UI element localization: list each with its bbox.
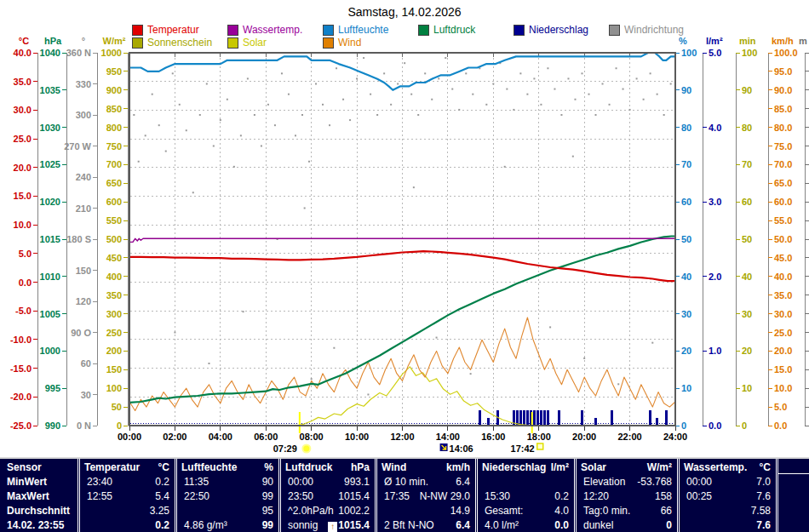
svg-text:18:00: 18:00 xyxy=(527,432,551,442)
svg-text:35.0: 35.0 xyxy=(14,77,32,87)
weather-chart[interactable]: 40.035.030.025.020.015.010.05.00.0-5.0-1… xyxy=(0,0,809,457)
svg-text:600: 600 xyxy=(106,197,122,207)
row-label: 14.02. 23:55 xyxy=(0,518,77,532)
svg-text:30.0: 30.0 xyxy=(14,105,32,115)
svg-text:-20.0: -20.0 xyxy=(10,392,32,402)
svg-text:700: 700 xyxy=(106,159,122,169)
svg-text:22:00: 22:00 xyxy=(618,432,642,442)
sunset-sun-icon xyxy=(537,443,543,449)
clipped-axis: m xyxy=(799,36,809,426)
svg-text:270 W: 270 W xyxy=(64,141,91,152)
section-header: LuftdruckhPa xyxy=(281,460,375,475)
legend-label: Sonnenschein xyxy=(147,37,212,49)
legend-item-wind: Wind xyxy=(323,37,361,49)
legend-label: Windrichtung xyxy=(624,24,684,36)
svg-text:50: 50 xyxy=(681,234,691,244)
value-row: dunkel0 xyxy=(577,518,677,532)
svg-text:10.0: 10.0 xyxy=(774,383,792,393)
svg-text:20.0: 20.0 xyxy=(14,163,32,173)
legend-item-sonnenschein: Sonnenschein xyxy=(132,37,212,49)
svg-text:-15.0: -15.0 xyxy=(10,363,32,374)
legend-item-solar: Solar xyxy=(227,37,267,49)
value-row: 7.58 xyxy=(680,504,776,518)
svg-text:5.0: 5.0 xyxy=(774,402,787,412)
svg-text:90.0: 90.0 xyxy=(774,85,792,95)
svg-text:1015: 1015 xyxy=(40,234,60,244)
legend-label: Niederschlag xyxy=(529,24,588,36)
pressure-axis: 1040103510301025102010151010100510009959… xyxy=(40,36,66,431)
value-row: Tag:0 min.66 xyxy=(577,504,677,518)
svg-text:20: 20 xyxy=(681,346,691,356)
svg-text:20: 20 xyxy=(742,346,752,356)
svg-text:10: 10 xyxy=(681,383,691,393)
svg-text:250: 250 xyxy=(106,328,122,338)
svg-text:35.0: 35.0 xyxy=(774,290,792,300)
svg-text:0: 0 xyxy=(742,420,747,431)
legend-item-windrichtung: Windrichtung xyxy=(609,24,684,36)
value-row: 95 xyxy=(177,504,278,518)
value-row: 12:20158 xyxy=(577,489,677,504)
svg-text:4.0: 4.0 xyxy=(709,123,721,133)
svg-text:1020: 1020 xyxy=(40,197,60,207)
legend-swatch-icon xyxy=(227,25,238,36)
svg-text:00:00: 00:00 xyxy=(118,432,141,442)
svg-text:210: 210 xyxy=(76,203,91,214)
svg-text:180 S: 180 S xyxy=(66,234,91,244)
section-header: SolarW/m² xyxy=(577,460,677,475)
svg-text:750: 750 xyxy=(106,141,122,152)
svg-text:07:29: 07:29 xyxy=(273,443,297,454)
value-row: sonnig↑1015.4 xyxy=(281,518,375,532)
value-row: 23:400.2 xyxy=(80,475,175,489)
value-row: 7.6 xyxy=(680,518,776,532)
row-label: Sensor xyxy=(0,460,77,475)
svg-text:75.0: 75.0 xyxy=(774,141,792,152)
svg-text:10: 10 xyxy=(742,383,752,393)
svg-text:65.0: 65.0 xyxy=(774,178,792,188)
section-header: Luftfeuchte% xyxy=(177,460,278,475)
svg-text:1.0: 1.0 xyxy=(709,346,721,356)
legend-label: Temperatur xyxy=(147,24,199,36)
svg-text:40: 40 xyxy=(742,272,752,282)
table-filler xyxy=(776,459,809,532)
svg-text:990: 990 xyxy=(45,420,60,431)
svg-text:30: 30 xyxy=(81,390,91,400)
svg-text:950: 950 xyxy=(106,66,122,77)
value-row: 23:501015.4 xyxy=(281,489,375,504)
svg-text:14:06: 14:06 xyxy=(450,443,473,454)
svg-text:30: 30 xyxy=(742,309,752,319)
svg-text:1025: 1025 xyxy=(40,159,60,169)
svg-text:30: 30 xyxy=(681,309,691,319)
value-row: Gesamt:4.0 xyxy=(478,504,574,518)
legend-swatch-icon xyxy=(227,37,238,49)
svg-text:25.0: 25.0 xyxy=(14,134,32,144)
value-row: 14.9 xyxy=(377,504,475,518)
svg-text:80: 80 xyxy=(681,123,691,133)
svg-text:90: 90 xyxy=(681,85,691,95)
svg-text:04:00: 04:00 xyxy=(209,432,232,442)
svg-text:10:00: 10:00 xyxy=(345,432,369,442)
row-label: MaxWert xyxy=(0,489,77,504)
legend-label: Luftfeuchte xyxy=(338,24,388,36)
svg-text:80: 80 xyxy=(742,123,752,133)
legend-swatch-icon xyxy=(132,25,143,36)
svg-text:70.0: 70.0 xyxy=(774,159,792,169)
svg-text:400: 400 xyxy=(106,272,122,282)
svg-text:30.0: 30.0 xyxy=(774,309,792,319)
svg-text:40: 40 xyxy=(681,272,691,282)
value-row: Elevation-53.768 xyxy=(577,475,677,489)
svg-text:995: 995 xyxy=(45,383,60,393)
value-row: 11:3590 xyxy=(177,475,278,489)
svg-text:200: 200 xyxy=(106,346,122,356)
svg-text:150: 150 xyxy=(76,266,91,276)
svg-text:24:00: 24:00 xyxy=(663,432,687,442)
row-label: Durchschnitt xyxy=(0,504,77,518)
legend-swatch-icon xyxy=(609,25,620,36)
svg-text:25.0: 25.0 xyxy=(774,328,792,338)
svg-text:1005: 1005 xyxy=(40,309,60,319)
svg-text:1010: 1010 xyxy=(40,272,60,282)
value-row: 00:257.6 xyxy=(680,489,776,504)
section-niederschlag: Niederschlagl/m²15:300.2Gesamt:4.04.0 l/… xyxy=(475,459,574,532)
value-row: ^2.0hPa/h1002.2 xyxy=(281,504,375,518)
legend-item-wassertemp: Wassertemp. xyxy=(227,24,302,36)
rain-axis: 5.04.03.02.01.00.0l/m² xyxy=(703,36,723,431)
